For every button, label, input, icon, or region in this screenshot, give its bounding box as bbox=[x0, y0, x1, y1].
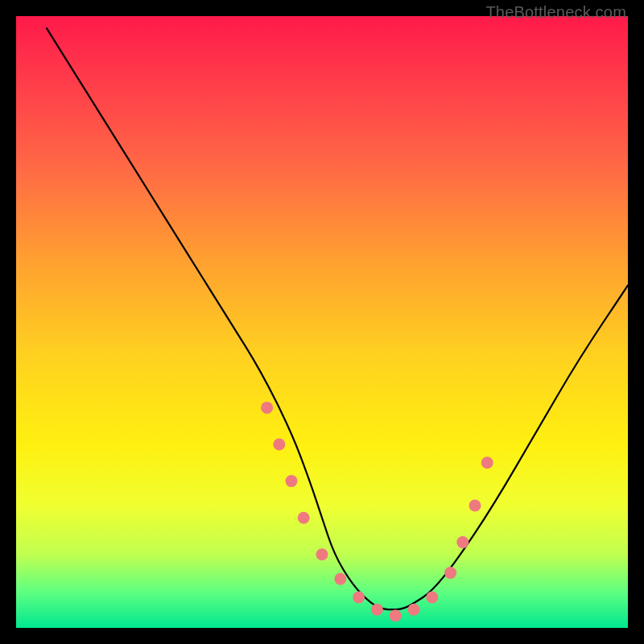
highlight-dot bbox=[469, 500, 481, 512]
bottleneck-curve bbox=[47, 28, 628, 609]
highlight-dot bbox=[444, 567, 456, 579]
highlight-dot bbox=[316, 548, 328, 560]
highlight-dot bbox=[481, 456, 493, 469]
highlight-dot bbox=[408, 604, 420, 616]
chart-svg bbox=[16, 16, 628, 628]
highlight-dot bbox=[273, 439, 285, 451]
highlight-dot bbox=[298, 512, 310, 524]
watermark-text: TheBottleneck.com bbox=[485, 3, 626, 22]
highlight-dot bbox=[334, 573, 346, 585]
highlight-dot bbox=[371, 604, 383, 616]
highlight-dot bbox=[456, 536, 469, 548]
highlight-dot bbox=[261, 402, 273, 414]
highlight-dot bbox=[390, 609, 402, 621]
highlight-dot bbox=[353, 592, 365, 604]
highlight-dot bbox=[426, 592, 438, 604]
highlight-dot bbox=[286, 475, 298, 487]
chart-plot-area bbox=[16, 16, 628, 628]
highlight-dots bbox=[261, 402, 493, 621]
